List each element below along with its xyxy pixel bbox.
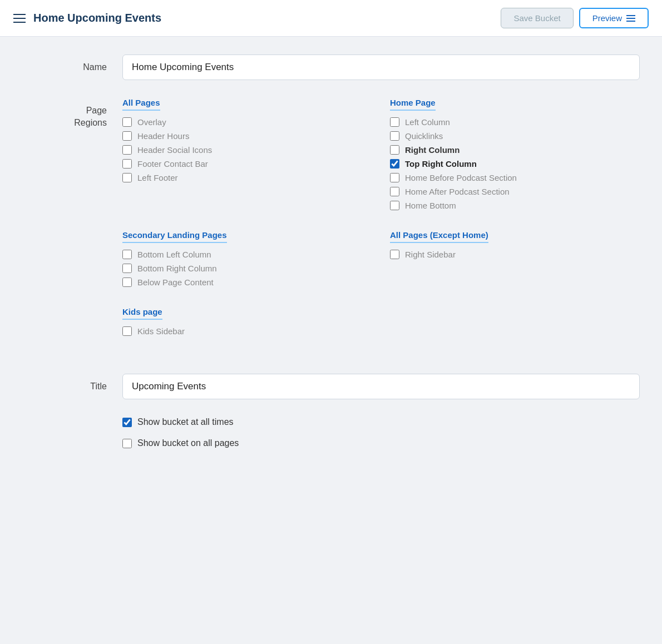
top-right-column-label: Top Right Column bbox=[405, 159, 477, 169]
quicklinks-checkbox[interactable] bbox=[390, 131, 399, 141]
page-regions-row: Page Regions All Pages Overlay Header Ho… bbox=[22, 98, 640, 356]
kids-sidebar-label: Kids Sidebar bbox=[137, 326, 185, 336]
left-footer-label: Left Footer bbox=[137, 173, 178, 182]
header-hours-checkbox[interactable] bbox=[122, 131, 132, 141]
checkbox-left-column: Left Column bbox=[390, 117, 640, 127]
checkbox-home-after-podcast: Home After Podcast Section bbox=[390, 187, 640, 196]
section-kids-page-title: Kids page bbox=[122, 307, 162, 320]
checkbox-below-page: Below Page Content bbox=[122, 278, 372, 287]
bottom-right-checkbox[interactable] bbox=[122, 264, 132, 273]
checkbox-left-footer: Left Footer bbox=[122, 173, 372, 182]
checkbox-top-right-column: Top Right Column bbox=[390, 159, 640, 169]
section-home-page-title: Home Page bbox=[390, 98, 436, 111]
show-options-content: Show bucket at all times Show bucket on … bbox=[122, 417, 239, 459]
bottom-left-checkbox[interactable] bbox=[122, 250, 132, 259]
home-bottom-label: Home Bottom bbox=[405, 201, 456, 210]
checkbox-home-bottom: Home Bottom bbox=[390, 201, 640, 210]
show-all-times-item: Show bucket at all times bbox=[122, 417, 239, 427]
show-all-pages-label: Show bucket on all pages bbox=[137, 438, 239, 448]
home-bottom-checkbox[interactable] bbox=[390, 201, 399, 210]
top-right-column-checkbox[interactable] bbox=[390, 159, 399, 169]
title-input[interactable] bbox=[122, 374, 640, 399]
preview-label: Preview bbox=[592, 13, 622, 23]
bottom-left-label: Bottom Left Column bbox=[137, 250, 211, 259]
name-row: Name bbox=[22, 55, 640, 80]
show-all-times-label: Show bucket at all times bbox=[137, 417, 234, 427]
checkbox-bottom-left: Bottom Left Column bbox=[122, 250, 372, 259]
title-label: Title bbox=[22, 374, 122, 393]
section-all-pages-title: All Pages bbox=[122, 98, 160, 111]
show-all-pages-item: Show bucket on all pages bbox=[122, 438, 239, 448]
checkbox-right-column: Right Column bbox=[390, 145, 640, 155]
page-title: Home Upcoming Events bbox=[33, 12, 161, 24]
checkbox-overlay: Overlay bbox=[122, 117, 372, 127]
section-home-page: Home Page Left Column Quicklinks Right C… bbox=[390, 98, 640, 215]
left-column-label: Left Column bbox=[405, 117, 450, 127]
below-page-checkbox[interactable] bbox=[122, 278, 132, 287]
home-after-podcast-label: Home After Podcast Section bbox=[405, 187, 510, 196]
footer-contact-checkbox[interactable] bbox=[122, 159, 132, 169]
header-left: Home Upcoming Events bbox=[13, 12, 161, 24]
checkbox-quicklinks: Quicklinks bbox=[390, 131, 640, 141]
checkbox-right-sidebar: Right Sidebar bbox=[390, 250, 640, 259]
section-all-except-home: All Pages (Except Home) Right Sidebar bbox=[390, 230, 640, 291]
show-options-label bbox=[22, 417, 122, 424]
page-regions-content: All Pages Overlay Header Hours Header So… bbox=[122, 98, 640, 356]
section-all-pages: All Pages Overlay Header Hours Header So… bbox=[122, 98, 372, 215]
checkbox-header-hours: Header Hours bbox=[122, 131, 372, 141]
quicklinks-label: Quicklinks bbox=[405, 131, 443, 141]
show-all-pages-checkbox[interactable] bbox=[122, 439, 132, 448]
show-options-row: Show bucket at all times Show bucket on … bbox=[22, 417, 640, 459]
right-column-checkbox[interactable] bbox=[390, 145, 399, 155]
show-all-times-checkbox[interactable] bbox=[122, 418, 132, 427]
header: Home Upcoming Events Save Bucket Preview bbox=[0, 0, 662, 37]
regions-grid: All Pages Overlay Header Hours Header So… bbox=[122, 98, 640, 356]
right-sidebar-checkbox[interactable] bbox=[390, 250, 399, 259]
overlay-label: Overlay bbox=[137, 117, 166, 127]
right-column-label: Right Column bbox=[405, 145, 460, 155]
name-input[interactable] bbox=[122, 55, 640, 80]
home-before-podcast-label: Home Before Podcast Section bbox=[405, 173, 517, 182]
left-column-checkbox[interactable] bbox=[390, 117, 399, 127]
header-social-label: Header Social Icons bbox=[137, 145, 212, 155]
overlay-checkbox[interactable] bbox=[122, 117, 132, 127]
bottom-right-label: Bottom Right Column bbox=[137, 264, 217, 273]
header-actions: Save Bucket Preview bbox=[501, 8, 649, 28]
save-bucket-button[interactable]: Save Bucket bbox=[501, 8, 573, 28]
checkbox-footer-contact: Footer Contact Bar bbox=[122, 159, 372, 169]
home-after-podcast-checkbox[interactable] bbox=[390, 187, 399, 196]
header-social-checkbox[interactable] bbox=[122, 145, 132, 155]
lines-icon bbox=[626, 15, 635, 22]
checkbox-header-social: Header Social Icons bbox=[122, 145, 372, 155]
checkbox-bottom-right: Bottom Right Column bbox=[122, 264, 372, 273]
home-before-podcast-checkbox[interactable] bbox=[390, 173, 399, 182]
section-secondary-landing: Secondary Landing Pages Bottom Left Colu… bbox=[122, 230, 372, 291]
page-regions-label: Page Regions bbox=[22, 98, 122, 130]
kids-sidebar-checkbox[interactable] bbox=[122, 326, 132, 336]
menu-icon[interactable] bbox=[13, 14, 26, 23]
below-page-label: Below Page Content bbox=[137, 278, 214, 287]
section-all-except-home-title: All Pages (Except Home) bbox=[390, 230, 488, 243]
checkbox-home-before-podcast: Home Before Podcast Section bbox=[390, 173, 640, 182]
preview-button[interactable]: Preview bbox=[579, 8, 649, 28]
header-hours-label: Header Hours bbox=[137, 131, 189, 141]
footer-contact-label: Footer Contact Bar bbox=[137, 159, 208, 169]
section-kids-page: Kids page Kids Sidebar bbox=[122, 307, 372, 340]
main-content: Name Page Regions All Pages Overlay Head… bbox=[0, 37, 662, 495]
section-secondary-landing-title: Secondary Landing Pages bbox=[122, 230, 227, 243]
name-label: Name bbox=[22, 55, 122, 73]
right-sidebar-label: Right Sidebar bbox=[405, 250, 456, 259]
checkbox-kids-sidebar: Kids Sidebar bbox=[122, 326, 372, 336]
left-footer-checkbox[interactable] bbox=[122, 173, 132, 182]
title-row: Title bbox=[22, 374, 640, 399]
